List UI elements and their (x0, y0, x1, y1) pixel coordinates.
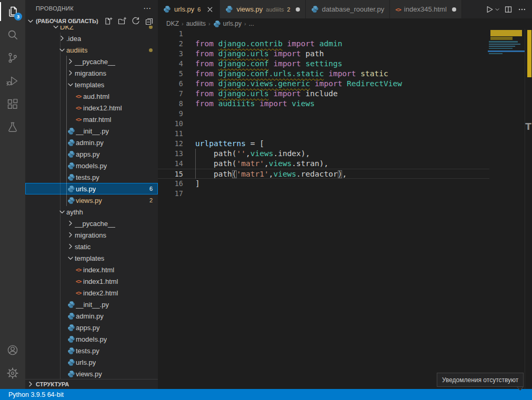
activity-source-control[interactable] (0, 46, 25, 69)
tree-item-aythh[interactable]: aythh (25, 206, 158, 218)
tree-item-matr-html[interactable]: <>matr.html (25, 114, 158, 125)
line-number[interactable]: 4 (158, 59, 183, 69)
code-line-2[interactable]: 2from django.contrib import admin (158, 39, 489, 49)
code-line-7[interactable]: 7from django.urls import include (158, 89, 489, 99)
workspace-section-header[interactable]: (РАБОЧАЯ ОБЛАСТЬ) ... (25, 16, 158, 26)
tree-item-migrations[interactable]: migrations (25, 229, 158, 241)
tree-item-index-html[interactable]: <>index.html (25, 264, 158, 275)
tree-item-models-py[interactable]: models.py (25, 333, 158, 345)
line-number[interactable]: 2 (158, 39, 183, 49)
line-number[interactable]: 16 (158, 179, 183, 189)
chevron-right-icon (66, 231, 75, 239)
activity-testing[interactable] (0, 116, 25, 139)
collapse-all-icon[interactable] (145, 17, 154, 25)
outline-section-header[interactable]: СТРУКТУРА (25, 379, 158, 389)
tree-item--pycache-[interactable]: __pycache__ (25, 56, 158, 67)
line-number[interactable]: 14 (158, 159, 183, 169)
code-line-8[interactable]: 8from audiiits import views (158, 99, 489, 109)
line-number[interactable]: 13 (158, 149, 183, 159)
line-number[interactable]: 10 (158, 119, 183, 129)
activity-settings[interactable] (0, 362, 25, 385)
breadcrumb-item[interactable]: DKZ (166, 20, 179, 27)
activity-extensions[interactable] (0, 93, 25, 116)
activity-search[interactable] (0, 23, 25, 46)
line-number[interactable]: 17 (158, 189, 183, 199)
line-number[interactable]: 9 (158, 109, 183, 119)
scrollbar[interactable]: T (525, 29, 532, 389)
code-line-10[interactable]: 10 (158, 119, 489, 129)
tree-item-apps-py[interactable]: apps.py (25, 322, 158, 333)
tree-item-aud-html[interactable]: <>aud.html (25, 90, 158, 102)
more-actions-icon[interactable]: ⋯ (143, 4, 152, 13)
line-number[interactable]: 5 (158, 69, 183, 79)
code-line-11[interactable]: 11 (158, 129, 489, 139)
tree-item-views-py[interactable]: views.py2 (25, 194, 158, 206)
more-actions-button[interactable] (516, 4, 528, 15)
tree-item-static[interactable]: static (25, 241, 158, 252)
line-number[interactable]: 15 (158, 169, 183, 178)
code-line-4[interactable]: 4from django.conf import settings (158, 59, 489, 69)
python-interpreter[interactable]: Python 3.9.5 64-bit (4, 389, 68, 400)
new-file-icon[interactable] (104, 17, 113, 25)
minimap[interactable] (489, 29, 525, 389)
line-number[interactable]: 6 (158, 79, 183, 89)
activity-explorer[interactable]: 3 (0, 0, 25, 23)
activity-account[interactable] (0, 339, 25, 362)
line-number[interactable]: 7 (158, 89, 183, 99)
dirty-indicator[interactable] (296, 7, 300, 12)
code-editor[interactable]: 1 2from django.contrib import admin 3fro… (158, 29, 532, 389)
code-line-16[interactable]: 16] (158, 179, 489, 189)
tree-item-admin-py[interactable]: admin.py (25, 137, 158, 148)
tree-item-urls-py[interactable]: urls.py (25, 356, 158, 368)
tree-item-migrations[interactable]: migrations (25, 67, 158, 79)
tree-item-urls-py[interactable]: urls.py6 (25, 183, 158, 194)
code-line-15[interactable]: 15 path('matr1',views.redactor), (158, 169, 489, 179)
breadcrumb-item[interactable]: urls.py (213, 20, 242, 28)
line-number[interactable]: 3 (158, 49, 183, 59)
code-line-12[interactable]: 12urlpatterns = [ (158, 139, 489, 149)
code-line-9[interactable]: 9 (158, 109, 489, 119)
tree-item-models-py[interactable]: models.py (25, 160, 158, 171)
tree-item--pycache-[interactable]: __pycache__ (25, 218, 158, 229)
breadcrumb-item[interactable]: ... (249, 20, 254, 27)
new-folder-icon[interactable] (118, 17, 126, 25)
tab-database-roouter-py[interactable]: database_roouter.py (306, 0, 390, 18)
code-line-6[interactable]: 6from django.views.generic import Redire… (158, 79, 489, 89)
tree-item-templates[interactable]: templates (25, 79, 158, 90)
code-line-17[interactable]: 17 (158, 189, 489, 199)
tree-item--idea[interactable]: .idea (25, 33, 158, 44)
activity-run-debug[interactable] (0, 69, 25, 93)
code-line-5[interactable]: 5from django.conf.urls.static import sta… (158, 69, 489, 79)
problems-indicator[interactable] (68, 389, 76, 400)
line-number[interactable]: 11 (158, 129, 183, 139)
line-number[interactable]: 12 (158, 139, 183, 149)
close-icon[interactable] (206, 5, 214, 14)
split-editor-button[interactable] (503, 4, 514, 15)
line-number[interactable]: 1 (158, 29, 183, 39)
code-line-3[interactable]: 3from django.urls import path (158, 49, 489, 59)
tree-item-index2-html[interactable]: <>index2.html (25, 287, 158, 299)
tree-item-admin-py[interactable]: admin.py (25, 310, 158, 322)
tree-item-index12-html[interactable]: <>index12.html (25, 102, 158, 114)
tree-item-tests-py[interactable]: tests.py (25, 171, 158, 183)
code-line-13[interactable]: 13 path('',views.index), (158, 149, 489, 159)
breadcrumb-item[interactable]: audiiits (186, 20, 206, 27)
tree-item-tests-py[interactable]: tests.py (25, 345, 158, 356)
run-button[interactable] (484, 4, 495, 15)
refresh-icon[interactable] (132, 17, 140, 25)
tree-item-apps-py[interactable]: apps.py (25, 148, 158, 160)
tree-item-views-py[interactable]: views.py (25, 368, 158, 380)
tab-index345-html[interactable]: <> index345.html (390, 0, 462, 18)
code-line-14[interactable]: 14 path('matr',views.stran), (158, 159, 489, 169)
tab-urls-py[interactable]: urls.py 6 (158, 0, 220, 18)
tree-item-templates[interactable]: templates (25, 252, 158, 264)
dirty-indicator[interactable] (452, 7, 456, 12)
tree-item-index1-html[interactable]: <>index1.html (25, 275, 158, 287)
tab-views-py[interactable]: views.py audiiits 2 (220, 0, 305, 18)
code-line-1[interactable]: 1 (158, 29, 489, 39)
line-number[interactable]: 8 (158, 99, 183, 109)
tree-item--init-py[interactable]: __init__.py (25, 125, 158, 137)
tree-item-audiiits[interactable]: audiiits (25, 44, 158, 56)
tree-item--init-py[interactable]: __init__.py (25, 299, 158, 310)
run-dropdown-button[interactable] (494, 4, 500, 15)
